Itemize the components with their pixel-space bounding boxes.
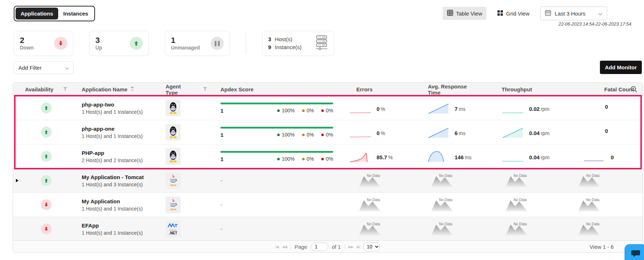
apdex-poor-pct: 0% <box>326 108 333 113</box>
table-row[interactable]: php-app-two 1 Host(s) and 1 Instance(s) … <box>13 96 643 120</box>
up-card[interactable]: 3 Up <box>89 31 149 56</box>
errors-no-data-icon: No Data <box>358 173 382 188</box>
application-meta: 1 Host(s) and 1 Instance(s) <box>82 230 158 236</box>
table-row[interactable]: EFApp 1 Host(s) and 1 Instance(s) Micros… <box>13 217 643 241</box>
down-arrow-icon[interactable] <box>41 224 52 234</box>
grid-view-button[interactable]: Grid View <box>493 7 534 20</box>
instances-label: Instance(s) <box>275 44 301 50</box>
pagination-bar: |◀ ◀◀ Page of 1 ▶▶ ▶| 10 View 1 - 6 <box>13 240 643 252</box>
application-link[interactable]: php-app-two <box>82 101 158 108</box>
apdex-bar <box>220 151 333 153</box>
agent-type-header[interactable]: Agent Type <box>166 83 190 96</box>
up-arrow-icon[interactable] <box>41 151 52 162</box>
apdex-poor-pct: 0% <box>326 132 333 138</box>
apdex-good-pct: 100% <box>282 156 295 162</box>
availability-header[interactable]: Availability <box>25 86 53 92</box>
instances-count: 9 <box>268 44 271 50</box>
first-page-icon[interactable]: |◀ <box>275 245 278 249</box>
apdex-bar <box>220 127 333 129</box>
fatal-no-data-icon: No Data <box>578 222 601 236</box>
down-card[interactable]: 2 Down <box>14 31 73 56</box>
unmanaged-count: 1 <box>171 36 200 45</box>
table-row[interactable]: My Application 1 Host(s) and 1 Instance(… <box>13 193 643 217</box>
apdex-poor-pct: 0% <box>326 156 333 162</box>
chevron-down-icon <box>598 10 602 17</box>
down-arrow-icon[interactable] <box>41 199 52 210</box>
fatal-count-header[interactable]: Fatal Count <box>604 86 634 92</box>
apdex-score-header[interactable]: Apdex Score <box>220 86 254 92</box>
last-page-icon[interactable]: ▶| <box>357 245 360 249</box>
dotnet-agent-icon: Microsoft.NET <box>166 221 181 237</box>
up-arrow-icon[interactable] <box>41 127 52 138</box>
apdex-good-dot <box>277 109 280 112</box>
apdex-fair-pct: 0% <box>307 108 314 113</box>
instances-toggle[interactable]: Instances <box>58 8 93 20</box>
application-link[interactable]: PHP-app <box>82 150 158 156</box>
unmanaged-card[interactable]: 1 Unmanaged <box>165 31 230 56</box>
svg-text:Java: Java <box>170 183 176 187</box>
up-arrow-icon[interactable] <box>41 103 52 113</box>
throughput-sparkline <box>502 125 524 139</box>
filter-icon[interactable] <box>203 86 207 92</box>
add-filter-label: Add Filter <box>18 65 42 71</box>
svg-text:php: php <box>171 156 175 159</box>
cards-divider <box>246 33 246 54</box>
errors-no-data-icon: No Data <box>358 222 382 236</box>
application-link[interactable]: EFApp <box>82 222 158 229</box>
response-no-data-icon: No Data <box>430 222 454 236</box>
errors-no-data-icon: No Data <box>358 198 382 212</box>
apdex-value: 1 <box>220 108 223 114</box>
server-stack-icon <box>315 35 328 52</box>
search-icon[interactable] <box>630 86 637 94</box>
calendar-icon <box>545 10 551 17</box>
table-view-icon <box>447 10 453 17</box>
next-page-icon[interactable]: ▶▶ <box>348 245 353 249</box>
toolbar: Table View Grid View Last 3 Hours <box>443 6 607 20</box>
feedback-chat-button[interactable] <box>624 244 644 260</box>
throughput-header[interactable]: Throughput <box>502 86 532 92</box>
apdex-value: 1 <box>220 132 223 138</box>
prev-page-icon[interactable]: ◀◀ <box>282 245 287 249</box>
php-agent-icon: php <box>166 100 181 116</box>
application-link[interactable]: My Application <box>82 198 158 204</box>
throughput-sparkline <box>502 101 524 115</box>
page-number-input[interactable] <box>311 243 328 251</box>
php-agent-icon: php <box>166 124 181 140</box>
apdex-value: - <box>220 202 222 208</box>
avg-response-time-header[interactable]: Avg. Response Time <box>428 83 479 96</box>
table-row[interactable]: My Application - Tomcat 1 Host(s) and 3 … <box>13 169 643 193</box>
hosts-instances-card[interactable]: 3Host(s) 9Instance(s) <box>262 31 334 56</box>
time-range-select[interactable]: Last 3 Hours <box>540 6 607 20</box>
application-link[interactable]: My Application - Tomcat <box>82 174 158 180</box>
table-header: Availability Application Name Agent Type… <box>13 83 643 96</box>
response-value: 146 <box>455 154 464 160</box>
add-filter-dropdown[interactable]: Add Filter <box>14 61 74 74</box>
response-sparkline <box>427 150 450 163</box>
application-meta: 1 Host(s) and 1 Instance(s) <box>82 109 158 115</box>
up-arrow-icon[interactable] <box>41 175 52 186</box>
table-row[interactable]: PHP-app 2 Host(s) and 2 Instance(s) php … <box>13 144 643 169</box>
throughput-sparkline <box>502 150 524 163</box>
application-meta: 1 Host(s) and 1 Instance(s) <box>82 206 158 212</box>
throughput-value: 0.04 <box>529 130 540 136</box>
expand-row-icon[interactable] <box>16 179 18 182</box>
application-name-header[interactable]: Application Name <box>82 86 128 92</box>
errors-sparkline <box>349 125 372 139</box>
svg-text:Java: Java <box>170 208 176 211</box>
chevron-down-icon <box>65 65 69 71</box>
add-monitor-button[interactable]: Add Monitor <box>600 61 642 74</box>
pager-divider <box>291 244 291 250</box>
errors-header[interactable]: Errors <box>356 86 373 92</box>
summary-cards: 2 Down 3 Up 1 Unmanaged 3Host(s) 9Instan… <box>14 31 334 56</box>
apdex-good-pct: 100% <box>282 108 295 113</box>
throughput-value: 0.04 <box>529 154 540 160</box>
applications-toggle[interactable]: Applications <box>16 8 58 20</box>
table-row[interactable]: php-app-one 1 Host(s) and 1 Instance(s) … <box>13 120 643 144</box>
sort-icon[interactable] <box>130 86 134 92</box>
fatal-value: 0 <box>605 104 608 110</box>
table-view-button[interactable]: Table View <box>443 7 486 20</box>
filter-icon[interactable] <box>63 86 68 92</box>
down-count: 2 <box>20 36 34 45</box>
page-size-select[interactable]: 10 <box>364 242 380 251</box>
application-link[interactable]: php-app-one <box>82 126 158 132</box>
